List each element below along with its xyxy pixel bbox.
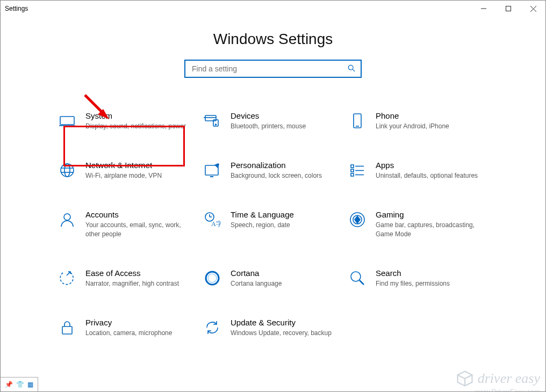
svg-point-15	[64, 164, 70, 177]
tile-apps[interactable]: Apps Uninstall, defaults, optional featu…	[346, 157, 491, 183]
svg-rect-18	[205, 165, 218, 175]
tile-system[interactable]: System Display, sound, notifications, po…	[55, 108, 200, 134]
tile-title: Gaming	[376, 210, 483, 220]
title-bar: Settings	[1, 1, 545, 17]
tile-title: Cortana	[231, 268, 282, 278]
tile-privacy[interactable]: Privacy Location, camera, microphone	[55, 315, 200, 340]
svg-line-5	[353, 69, 355, 71]
tile-gaming[interactable]: Gaming Game bar, captures, broadcasting,…	[346, 207, 491, 241]
search-input[interactable]	[191, 64, 348, 74]
tile-accounts[interactable]: Accounts Your accounts, email, sync, wor…	[55, 207, 200, 241]
tile-ease-of-access[interactable]: Ease of Access Narrator, magnifier, high…	[55, 265, 200, 291]
tile-title: Update & Security	[231, 318, 332, 328]
svg-rect-12	[354, 114, 361, 128]
network-icon	[58, 161, 77, 180]
tile-desc: Location, camera, microphone	[85, 329, 172, 337]
svg-rect-21	[351, 169, 354, 172]
tile-search[interactable]: Search Find my files, permissions	[346, 265, 491, 291]
ease-of-access-icon	[58, 268, 77, 288]
maximize-button[interactable]	[496, 1, 521, 17]
watermark-brand: driver easy	[478, 371, 540, 387]
devices-icon	[203, 111, 222, 130]
window-controls	[471, 1, 545, 17]
update-security-icon	[203, 318, 222, 337]
svg-text:A字: A字	[211, 220, 221, 228]
svg-line-37	[360, 280, 364, 285]
tile-title: System	[85, 111, 186, 121]
tile-personalization[interactable]: Personalization Background, lock screen,…	[200, 157, 346, 183]
tile-desc: Uninstall, defaults, optional features	[376, 171, 478, 180]
tile-network[interactable]: Network & Internet Wi-Fi, airplane mode,…	[55, 157, 200, 183]
svg-rect-1	[506, 6, 511, 11]
cortana-icon	[203, 268, 222, 288]
svg-point-35	[208, 274, 217, 282]
tile-phone[interactable]: Phone Link your Android, iPhone	[346, 108, 491, 134]
apps-icon	[348, 161, 367, 180]
window-title: Settings	[5, 5, 28, 12]
tile-title: Network & Internet	[85, 161, 162, 170]
svg-point-14	[61, 164, 74, 177]
tile-title: Apps	[376, 161, 478, 170]
tile-title: Privacy	[85, 318, 172, 328]
corner-widget: 📌 👕 ▦	[1, 377, 38, 391]
content-area: Windows Settings System Display, sound, …	[1, 17, 545, 391]
search-box[interactable]	[184, 60, 362, 78]
personalization-icon	[203, 161, 222, 180]
search-icon	[348, 64, 355, 74]
minimize-button[interactable]	[471, 1, 496, 17]
tile-update-security[interactable]: Update & Security Windows Update, recove…	[200, 315, 346, 340]
watermark: driver easy www.DriverEasy.com	[455, 369, 540, 388]
tile-title: Time & Language	[231, 210, 294, 220]
tile-desc: Find my files, permissions	[376, 279, 450, 288]
tile-desc: Bluetooth, printers, mouse	[231, 122, 306, 130]
tile-title: Devices	[231, 111, 306, 121]
tile-title: Search	[376, 268, 450, 278]
svg-line-33	[67, 272, 70, 275]
tile-desc: Background, lock screen, colors	[231, 171, 322, 180]
tile-desc: Game bar, captures, broadcasting, Game M…	[376, 221, 483, 238]
settings-grid: System Display, sound, notifications, po…	[1, 108, 545, 340]
tile-time-language[interactable]: A字 Time & Language Speech, region, date	[200, 207, 346, 241]
svg-rect-20	[351, 165, 354, 168]
page-title: Windows Settings	[1, 31, 545, 48]
corner-icon-shirt: 👕	[16, 381, 24, 388]
tile-desc: Display, sound, notifications, power	[85, 122, 186, 130]
tile-cortana[interactable]: Cortana Cortana language	[200, 265, 346, 291]
tile-desc: Your accounts, email, sync, work, other …	[85, 221, 193, 238]
accounts-icon	[58, 210, 77, 229]
svg-point-4	[348, 65, 353, 70]
tile-title: Personalization	[231, 161, 322, 170]
tile-desc: Speech, region, date	[231, 221, 294, 229]
time-language-icon: A字	[203, 210, 222, 229]
tile-title: Phone	[376, 111, 449, 121]
corner-icon-grid: ▦	[27, 381, 33, 388]
search-tile-icon	[348, 268, 367, 288]
tile-desc: Wi-Fi, airplane mode, VPN	[85, 171, 162, 180]
system-icon	[58, 111, 77, 130]
svg-point-26	[64, 214, 70, 220]
tile-title: Ease of Access	[85, 268, 179, 278]
svg-point-36	[351, 272, 361, 281]
privacy-icon	[58, 318, 77, 337]
close-button[interactable]	[521, 1, 545, 17]
svg-rect-6	[60, 117, 74, 125]
phone-icon	[348, 111, 367, 130]
watermark-url: www.DriverEasy.com	[475, 388, 540, 392]
tile-title: Accounts	[85, 210, 193, 220]
svg-rect-22	[351, 173, 354, 176]
watermark-logo-icon	[455, 369, 475, 388]
gaming-icon	[348, 210, 367, 229]
corner-icon-pin: 📌	[5, 381, 13, 388]
tile-desc: Link your Android, iPhone	[376, 122, 449, 130]
svg-rect-38	[62, 326, 72, 334]
tile-desc: Windows Update, recovery, backup	[231, 329, 332, 337]
svg-point-11	[215, 124, 217, 125]
tile-devices[interactable]: Devices Bluetooth, printers, mouse	[200, 108, 346, 134]
tile-desc: Cortana language	[231, 279, 282, 288]
tile-desc: Narrator, magnifier, high contrast	[85, 279, 179, 288]
